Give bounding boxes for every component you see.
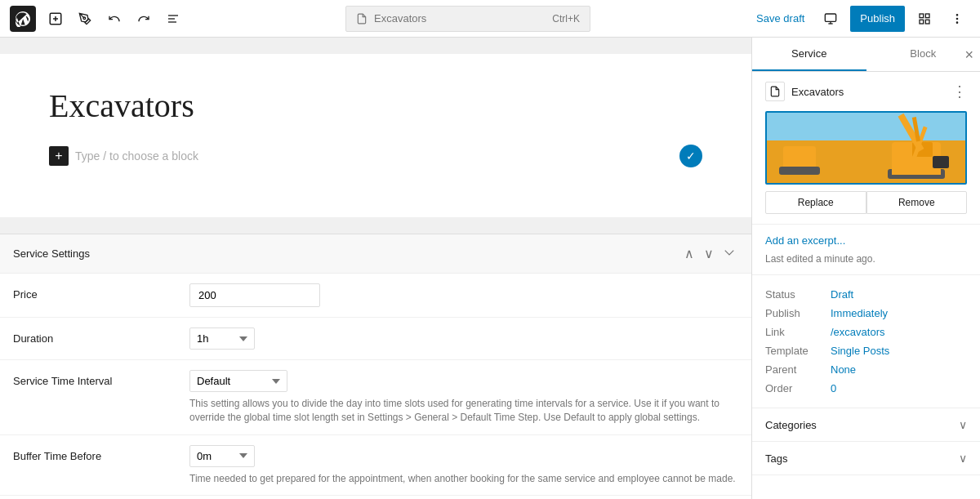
excavator-image <box>767 113 965 183</box>
sidebar-block-title: Excavators <box>791 86 946 98</box>
tags-header[interactable]: Tags ∨ <box>752 442 980 474</box>
sidebar-block-section: Excavators ⋮ <box>752 72 980 225</box>
order-meta-row: Order 0 <box>765 379 967 398</box>
block-inserter-area: + Type / to choose a block ✓ <box>49 141 702 171</box>
service-settings-panel: Service Settings ∧ ∨ Price <box>0 234 751 499</box>
service-settings-header: Service Settings ∧ ∨ <box>0 234 751 274</box>
categories-arrow: ∨ <box>959 418 967 431</box>
remove-image-button[interactable]: Remove <box>866 191 968 214</box>
meta-section: Status Draft Publish Immediately Link /e… <box>752 275 980 408</box>
featured-image-preview <box>765 111 967 185</box>
service-time-interval-value: Default 15m 30m 1h This setting allows y… <box>189 370 738 425</box>
svg-point-1 <box>83 17 86 20</box>
publish-button[interactable]: Publish <box>850 6 905 32</box>
link-meta-label: Link <box>765 326 831 338</box>
categories-title: Categories <box>765 419 959 431</box>
link-meta-value[interactable]: /excavators <box>831 326 884 338</box>
tab-block[interactable]: Block <box>866 38 981 71</box>
tab-service[interactable]: Service <box>752 38 866 71</box>
main-layout: Excavators + Type / to choose a block ✓ … <box>0 38 980 499</box>
toolbar-left <box>10 6 186 32</box>
block-type-icon <box>765 82 785 101</box>
search-shortcut: Ctrl+K <box>552 13 580 25</box>
sidebar-close-button[interactable]: × <box>964 47 973 62</box>
sidebar-tabs: Service Block × <box>752 38 980 72</box>
duration-field-row: Duration 1h 2h 30m <box>0 318 751 360</box>
parent-meta-row: Parent None <box>765 360 967 379</box>
more-options-button[interactable] <box>944 6 970 32</box>
svg-rect-11 <box>920 20 924 24</box>
buffer-before-select[interactable]: 0m 15m 30m <box>189 445 255 467</box>
undo-button[interactable] <box>101 6 127 32</box>
status-meta-row: Status Draft <box>765 285 967 304</box>
template-meta-value[interactable]: Single Posts <box>831 345 889 357</box>
status-meta-value[interactable]: Draft <box>831 288 853 301</box>
price-input[interactable] <box>189 283 320 307</box>
sidebar-block-header: Excavators ⋮ <box>765 82 967 101</box>
settings-controls: ∧ ∨ <box>681 244 738 263</box>
categories-section: Categories ∨ <box>752 408 980 442</box>
svg-point-12 <box>956 14 957 15</box>
save-draft-button[interactable]: Save draft <box>750 9 811 28</box>
price-value <box>189 283 738 307</box>
template-meta-label: Template <box>765 345 831 357</box>
replace-image-button[interactable]: Replace <box>765 191 866 214</box>
collapse-up-button[interactable]: ∧ <box>681 244 697 263</box>
tags-title: Tags <box>765 452 959 465</box>
main-toolbar: Excavators Ctrl+K Save draft Publish <box>0 0 980 38</box>
svg-point-14 <box>956 22 957 23</box>
right-sidebar: Service Block × Excavators ⋮ <box>751 38 980 499</box>
duration-label: Duration <box>13 327 176 345</box>
document-overview-button[interactable] <box>160 6 186 32</box>
toolbar-right: Save draft Publish <box>750 6 970 32</box>
status-meta-label: Status <box>765 288 831 301</box>
order-meta-value[interactable]: 0 <box>831 382 836 394</box>
image-actions: Replace Remove <box>765 191 967 214</box>
parent-meta-value[interactable]: None <box>831 363 856 376</box>
search-bar[interactable]: Excavators Ctrl+K <box>345 6 590 32</box>
collapse-down-button[interactable]: ∨ <box>701 244 717 263</box>
redo-button[interactable] <box>131 6 157 32</box>
editor-area: Excavators + Type / to choose a block ✓ … <box>0 38 751 499</box>
svg-rect-8 <box>920 14 924 18</box>
duration-select[interactable]: 1h 2h 30m <box>189 327 255 350</box>
document-icon <box>356 13 368 25</box>
sidebar-block-menu-button[interactable]: ⋮ <box>952 82 967 100</box>
preview-button[interactable] <box>817 6 844 32</box>
categories-header[interactable]: Categories ∨ <box>752 408 980 441</box>
buffer-before-help: Time needed to get prepared for the appo… <box>189 472 738 486</box>
post-title[interactable]: Excavators <box>49 87 702 125</box>
order-meta-label: Order <box>765 382 831 394</box>
tools-button[interactable] <box>72 6 98 32</box>
template-meta-row: Template Single Posts <box>765 341 967 360</box>
price-label: Price <box>13 283 176 301</box>
svg-rect-5 <box>826 14 836 21</box>
duration-value: 1h 2h 30m <box>189 327 738 350</box>
last-edited-text: Last edited a minute ago. <box>765 253 967 265</box>
svg-rect-9 <box>925 14 929 18</box>
sidebar-excerpt-section: Add an excerpt... Last edited a minute a… <box>752 225 980 275</box>
svg-point-13 <box>956 18 957 19</box>
parent-meta-label: Parent <box>765 363 831 376</box>
collapse-all-button[interactable] <box>720 244 738 263</box>
toolbar-center: Excavators Ctrl+K <box>189 6 746 32</box>
settings-toggle-button[interactable] <box>911 6 938 32</box>
search-bar-title: Excavators <box>374 12 426 25</box>
publish-meta-row: Publish Immediately <box>765 304 967 323</box>
buffer-before-row: Buffer Time Before 0m 15m 30m Time neede… <box>0 435 751 497</box>
service-settings-title: Service Settings <box>13 247 681 260</box>
buffer-after-row: Buffer Time After 0m 15m 30m Time after … <box>0 496 751 499</box>
service-time-interval-label: Service Time Interval <box>13 370 176 387</box>
add-excerpt-link[interactable]: Add an excerpt... <box>765 234 967 247</box>
price-field-row: Price <box>0 274 751 318</box>
wp-logo[interactable] <box>10 6 36 32</box>
add-block-button[interactable] <box>42 6 69 32</box>
link-meta-row: Link /excavators <box>765 323 967 341</box>
buffer-before-value: 0m 15m 30m Time needed to get prepared f… <box>189 445 738 486</box>
tags-arrow: ∨ <box>959 452 967 465</box>
publish-meta-label: Publish <box>765 307 831 319</box>
service-time-interval-select[interactable]: Default 15m 30m 1h <box>189 370 287 392</box>
publish-meta-value[interactable]: Immediately <box>831 307 888 319</box>
service-time-interval-help: This setting allows you to divide the da… <box>189 397 738 425</box>
block-inserter-button[interactable]: + <box>49 146 69 166</box>
